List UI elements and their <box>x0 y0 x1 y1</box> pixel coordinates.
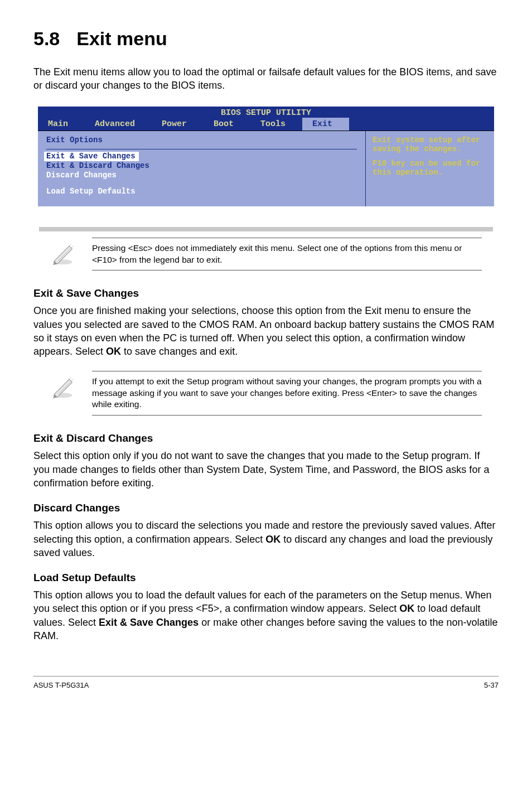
footer-page-number: 5-37 <box>484 681 499 689</box>
bios-item-discard: Discard Changes <box>46 171 357 180</box>
intro-paragraph: The Exit menu items allow you to load th… <box>33 65 499 93</box>
page-heading: 5.8Exit menu <box>33 28 499 50</box>
bios-item-exit-discard: Exit & Discard Changes <box>46 161 357 171</box>
s1-bold: OK <box>106 346 121 357</box>
bios-tab-advanced: Advanced <box>85 118 152 131</box>
s4-bold1: OK <box>399 603 414 614</box>
bios-left-panel: Exit Options Exit & Save Changes Exit & … <box>38 131 366 206</box>
heading-number: 5.8 <box>33 28 60 50</box>
section-title-load-defaults: Load Setup Defaults <box>33 572 499 584</box>
bios-shadow <box>39 227 493 231</box>
bios-right-panel: Exit system setup after saving the chang… <box>366 131 494 206</box>
bios-gap <box>46 180 357 187</box>
section-body-discard-exit: Select this option only if you do not wa… <box>33 449 499 490</box>
section-title-discard: Discard Changes <box>33 502 499 514</box>
footer-model: ASUS T-P5G31A <box>33 681 89 689</box>
bios-help-line2: F10 key can be used for this operation. <box>373 159 489 177</box>
bios-group-title: Exit Options <box>46 136 357 149</box>
note-text-2: If you attempt to exit the Setup program… <box>92 371 482 416</box>
page-footer: ASUS T-P5G31A 5-37 <box>33 676 499 689</box>
bios-tabs: Main Advanced Power Boot Tools Exit <box>38 118 494 131</box>
bios-titlebar: BIOS SETUP UTILITY <box>38 107 494 118</box>
note-text-1: Pressing <Esc> does not immediately exit… <box>92 238 482 271</box>
s1-pre: Once you are finished making your select… <box>33 305 494 357</box>
s1-post: to save changes and exit. <box>121 346 238 357</box>
s4-bold2: Exit & Save Changes <box>99 617 199 628</box>
section-title-save: Exit & Save Changes <box>33 287 499 299</box>
note-block-2: If you attempt to exit the Setup program… <box>50 371 482 416</box>
note-pencil-icon <box>50 241 75 266</box>
bios-item-load-defaults: Load Setup Defaults <box>46 187 357 196</box>
note-pencil-icon <box>50 374 75 399</box>
bios-tab-tools: Tools <box>250 118 302 131</box>
heading-title: Exit menu <box>76 28 167 49</box>
bios-body: Exit Options Exit & Save Changes Exit & … <box>38 131 494 206</box>
s3-bold: OK <box>265 534 280 545</box>
section-body-load-defaults: This option allows you to load the defau… <box>33 588 499 642</box>
section-title-discard-exit: Exit & Discard Changes <box>33 432 499 445</box>
bios-tab-power: Power <box>152 118 204 131</box>
bios-tab-main: Main <box>38 118 85 131</box>
svg-line-5 <box>58 379 73 394</box>
bios-tab-boot: Boot <box>204 118 250 131</box>
section-body-discard: This option allows you to discard the se… <box>33 519 499 559</box>
section-body-save: Once you are finished making your select… <box>33 304 499 358</box>
bios-tab-exit: Exit <box>302 118 349 131</box>
note-block-1: Pressing <Esc> does not immediately exit… <box>50 238 482 271</box>
bios-item-exit-save: Exit & Save Changes <box>44 152 139 161</box>
svg-line-2 <box>58 246 73 261</box>
bios-help-line1: Exit system setup after saving the chang… <box>373 136 489 153</box>
bios-screenshot: BIOS SETUP UTILITY Main Advanced Power B… <box>38 107 494 206</box>
